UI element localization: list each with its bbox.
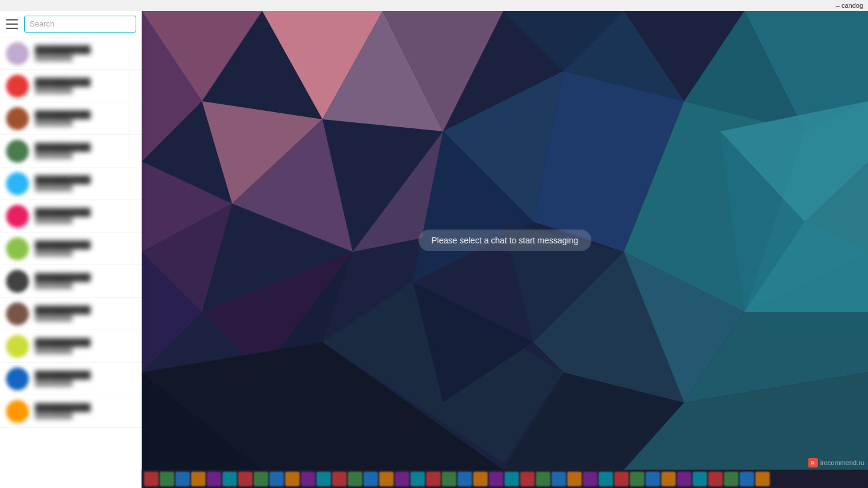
contact-item[interactable]: ██████████████████ xyxy=(0,135,142,167)
avatar xyxy=(6,335,29,358)
taskbar-icon[interactable] xyxy=(442,472,456,486)
taskbar-icon[interactable] xyxy=(661,472,676,486)
contact-name: ██████████ xyxy=(35,403,136,412)
contact-item[interactable]: ██████████████████ xyxy=(0,102,142,135)
taskbar-icon[interactable] xyxy=(473,472,488,486)
taskbar-icon[interactable] xyxy=(724,472,738,486)
contact-preview: ████████ xyxy=(35,119,136,127)
sidebar-header xyxy=(0,11,142,37)
taskbar-icon[interactable] xyxy=(348,472,362,486)
contact-item[interactable]: ██████████████████ xyxy=(0,167,142,200)
contact-name: ██████████ xyxy=(35,110,136,119)
contact-item[interactable]: ██████████████████ xyxy=(0,37,142,70)
taskbar-icon[interactable] xyxy=(301,472,315,486)
taskbar-icon[interactable] xyxy=(677,472,691,486)
contact-item[interactable]: ██████████████████ xyxy=(0,200,142,233)
avatar xyxy=(6,172,29,195)
contact-name: ██████████ xyxy=(35,338,136,347)
contact-list: ████████████████████████████████████████… xyxy=(0,37,142,488)
taskbar-icon[interactable] xyxy=(426,472,441,486)
contact-name: ██████████ xyxy=(35,208,136,217)
taskbar-icon[interactable] xyxy=(536,472,550,486)
contact-info: ██████████████████ xyxy=(35,305,136,322)
taskbar-icon[interactable] xyxy=(144,472,159,486)
taskbar-icon[interactable] xyxy=(191,472,206,486)
taskbar-icon[interactable] xyxy=(505,472,519,486)
taskbar-icon[interactable] xyxy=(175,472,190,486)
taskbar-icon[interactable] xyxy=(269,472,284,486)
taskbar-icon[interactable] xyxy=(614,472,629,486)
search-input[interactable] xyxy=(24,16,136,33)
taskbar-icon[interactable] xyxy=(755,472,770,486)
hamburger-menu-icon[interactable] xyxy=(6,19,18,29)
taskbar-icon[interactable] xyxy=(740,472,754,486)
contact-info: ██████████████████ xyxy=(35,110,136,127)
taskbar-icon[interactable] xyxy=(395,472,409,486)
taskbar-icon[interactable] xyxy=(552,472,566,486)
taskbar-icon[interactable] xyxy=(363,472,378,486)
taskbar-icon[interactable] xyxy=(599,472,613,486)
contact-name: ██████████ xyxy=(35,273,136,282)
avatar xyxy=(6,107,29,130)
contact-preview: ████████ xyxy=(35,347,136,354)
taskbar-icon[interactable] xyxy=(693,472,707,486)
taskbar-icon[interactable] xyxy=(458,472,472,486)
contact-item[interactable]: ██████████████████ xyxy=(0,298,142,330)
taskbar-icon[interactable] xyxy=(583,472,597,486)
geometric-background: Please select a chat to start messaging xyxy=(142,11,868,470)
contact-item[interactable]: ██████████████████ xyxy=(0,233,142,265)
contact-name: ██████████ xyxy=(35,371,136,380)
taskbar-icon[interactable] xyxy=(520,472,535,486)
sidebar: ████████████████████████████████████████… xyxy=(0,11,142,488)
contact-preview: ████████ xyxy=(35,412,136,419)
taskbar-icon[interactable] xyxy=(222,472,237,486)
contact-info: ██████████████████ xyxy=(35,273,136,289)
empty-state-text: Please select a chat to start messaging xyxy=(432,236,579,245)
contact-preview: ████████ xyxy=(35,314,136,322)
taskbar-icon[interactable] xyxy=(489,472,503,486)
contact-info: ██████████████████ xyxy=(35,208,136,224)
watermark-logo: R xyxy=(808,458,818,468)
avatar xyxy=(6,42,29,65)
contact-item[interactable]: ██████████████████ xyxy=(0,330,142,363)
contact-preview: ████████ xyxy=(35,217,136,224)
taskbar xyxy=(142,470,868,488)
taskbar-icon[interactable] xyxy=(238,472,253,486)
contact-name: ██████████ xyxy=(35,240,136,249)
contact-info: ██████████████████ xyxy=(35,371,136,387)
contact-preview: ████████ xyxy=(35,152,136,159)
contact-info: ██████████████████ xyxy=(35,45,136,61)
avatar xyxy=(6,302,29,325)
taskbar-icon[interactable] xyxy=(332,472,347,486)
contact-item[interactable]: ██████████████████ xyxy=(0,395,142,428)
contact-preview: ████████ xyxy=(35,87,136,94)
contact-item[interactable]: ██████████████████ xyxy=(0,70,142,102)
taskbar-icon[interactable] xyxy=(410,472,425,486)
contact-item[interactable]: ██████████████████ xyxy=(0,265,142,298)
contact-name: ██████████ xyxy=(35,143,136,152)
contact-preview: ████████ xyxy=(35,282,136,289)
title-bar: – candog xyxy=(0,0,868,11)
contact-info: ██████████████████ xyxy=(35,78,136,94)
avatar xyxy=(6,368,29,390)
contact-item[interactable]: ██████████████████ xyxy=(0,363,142,395)
taskbar-icon[interactable] xyxy=(646,472,660,486)
taskbar-icon[interactable] xyxy=(379,472,394,486)
taskbar-icon[interactable] xyxy=(285,472,300,486)
main-area: Please select a chat to start messaging xyxy=(142,11,868,470)
taskbar-icon[interactable] xyxy=(630,472,644,486)
avatar xyxy=(6,237,29,260)
taskbar-icon[interactable] xyxy=(567,472,582,486)
taskbar-icon[interactable] xyxy=(708,472,723,486)
avatar xyxy=(6,205,29,228)
avatar xyxy=(6,140,29,163)
title-bar-text: – candog xyxy=(836,2,863,9)
taskbar-icon[interactable] xyxy=(160,472,174,486)
contact-info: ██████████████████ xyxy=(35,338,136,354)
taskbar-icon[interactable] xyxy=(316,472,331,486)
watermark-text: irecommend.ru xyxy=(820,459,864,466)
taskbar-icon[interactable] xyxy=(254,472,268,486)
contact-preview: ████████ xyxy=(35,249,136,257)
taskbar-icon[interactable] xyxy=(207,472,221,486)
contact-info: ██████████████████ xyxy=(35,175,136,192)
